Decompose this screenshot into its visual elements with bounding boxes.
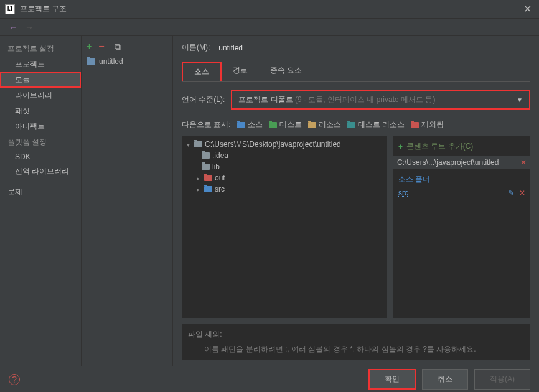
folder-green-icon: [269, 122, 277, 128]
tree-root-row[interactable]: ▾ C:\Users\MS\Desktop\javaproject\untitl…: [184, 139, 385, 150]
folder-red-icon: [411, 122, 419, 128]
ok-button[interactable]: 확인: [368, 369, 416, 390]
expand-icon[interactable]: ▸: [194, 186, 202, 193]
lang-level-dropdown[interactable]: 프로젝트 디폴트 (9 - 모듈, 인터페이스 내 private 메서드 등)…: [231, 90, 530, 110]
folder-tan-icon: [308, 122, 316, 128]
display-label: 다음으로 표시:: [182, 119, 231, 130]
expand-icon[interactable]: ▸: [194, 175, 202, 182]
sidebar-heading-project: 프로젝트 설정: [0, 41, 81, 57]
add-module-button[interactable]: +: [87, 41, 92, 52]
sidebar-item-global-lib[interactable]: 전역 라이브러리: [0, 164, 81, 179]
sidebar-heading-platform: 플랫폼 설정: [0, 134, 81, 150]
remove-src-button[interactable]: ✕: [519, 189, 525, 197]
tree-row[interactable]: lib: [184, 161, 385, 172]
name-label: 이름(M):: [182, 42, 210, 53]
lang-value: 프로젝트 디폴트: [238, 95, 293, 104]
folder-icon: [194, 141, 202, 147]
lang-detail: (9 - 모듈, 인터페이스 내 private 메서드 등): [293, 95, 436, 104]
content-root-path[interactable]: C:\Users\...\javaproject\untitled ✕: [393, 156, 530, 169]
close-button[interactable]: ✕: [521, 3, 534, 15]
folder-teal-icon: [347, 122, 355, 128]
help-button[interactable]: ?: [9, 374, 20, 385]
src-folder-name: src: [398, 189, 408, 197]
copy-module-button[interactable]: ⧉: [115, 42, 121, 52]
sidebar-item-module[interactable]: 모듈: [0, 72, 81, 88]
tree-row[interactable]: ▸ out: [184, 172, 385, 184]
tree-root-label: C:\Users\MS\Desktop\javaproject\untitled: [205, 140, 341, 149]
back-button[interactable]: ←: [5, 22, 21, 32]
forward-button[interactable]: →: [21, 22, 37, 32]
cancel-button[interactable]: 취소: [422, 369, 468, 390]
folder-source-icon: [204, 186, 212, 192]
module-name: untitled: [99, 57, 123, 66]
tab-source[interactable]: 소스: [182, 62, 222, 81]
tab-deps[interactable]: 종속 요소: [259, 62, 313, 81]
chip-resource[interactable]: 리소스: [308, 119, 341, 130]
sidebar-item-project[interactable]: 프로젝트: [0, 57, 81, 72]
root-path-label: C:\Users\...\javaproject\untitled: [397, 158, 499, 167]
exclude-label: 파일 제외:: [188, 329, 524, 340]
apply-button: 적용(A): [474, 369, 530, 390]
src-folder-item[interactable]: src ✎ ✕: [398, 187, 525, 198]
add-content-root-button[interactable]: + 콘텐츠 루트 추가(C): [398, 140, 525, 156]
module-folder-icon: [87, 58, 95, 65]
sidebar-item-library[interactable]: 라이브러리: [0, 88, 81, 103]
sidebar-item-artifact[interactable]: 아티팩트: [0, 119, 81, 134]
exclude-help-text: 이름 패턴을 분리하려면 ;, 여러 심볼의 경우 *, 하나의 심볼의 경우 …: [204, 343, 524, 355]
expand-icon[interactable]: ▾: [184, 141, 192, 148]
chip-source[interactable]: 소스: [237, 119, 263, 130]
sidebar-item-sdk[interactable]: SDK: [0, 150, 81, 164]
remove-module-button[interactable]: −: [98, 41, 104, 52]
app-icon: IJ: [5, 4, 15, 14]
sidebar-item-facet[interactable]: 패싯: [0, 103, 81, 119]
name-value[interactable]: untitled: [218, 44, 243, 52]
chip-test[interactable]: 테스트: [269, 119, 302, 130]
folder-excluded-icon: [204, 175, 212, 181]
sidebar-item-problem[interactable]: 문제: [0, 184, 81, 200]
folder-icon: [202, 164, 210, 170]
window-title: 프로젝트 구조: [20, 4, 521, 14]
remove-root-button[interactable]: ✕: [520, 158, 527, 167]
module-list-item[interactable]: untitled: [82, 55, 172, 68]
edit-icon[interactable]: ✎: [508, 189, 514, 197]
folder-blue-icon: [237, 122, 245, 128]
chip-test-resource[interactable]: 테스트 리소스: [347, 119, 405, 130]
tab-path[interactable]: 경로: [222, 62, 259, 81]
folder-tree[interactable]: ▾ C:\Users\MS\Desktop\javaproject\untitl…: [182, 136, 387, 318]
folder-icon: [202, 152, 210, 159]
chip-excluded[interactable]: 제외됨: [411, 119, 444, 130]
tree-row[interactable]: .idea: [184, 150, 385, 161]
tree-row[interactable]: ▸ src: [184, 184, 385, 195]
plus-icon: +: [398, 142, 403, 151]
chevron-down-icon: ▼: [517, 96, 523, 103]
src-heading: 소스 폴더: [398, 174, 525, 185]
lang-label: 언어 수준(L):: [182, 95, 225, 105]
